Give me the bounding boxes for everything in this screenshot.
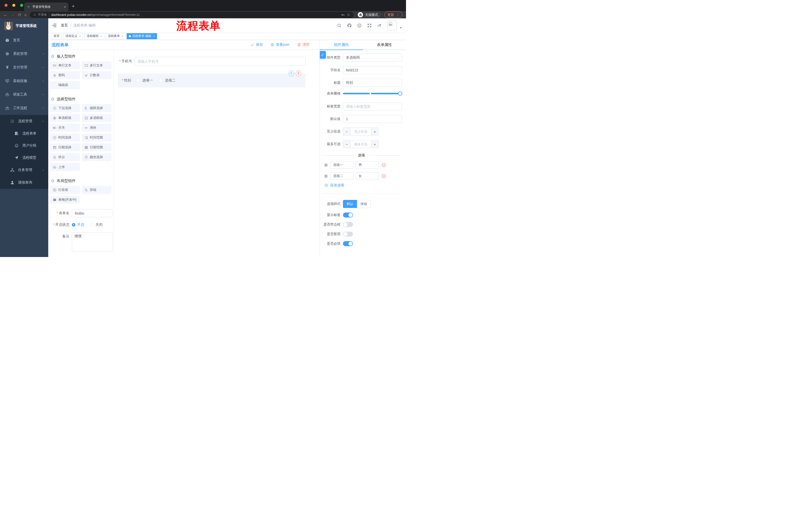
sidebar-item-workflow[interactable]: 工作流程 — [0, 101, 48, 115]
close-icon[interactable]: × — [100, 35, 102, 38]
label-width-input[interactable] — [343, 102, 402, 110]
font-size-icon[interactable] — [377, 23, 382, 28]
fullscreen-icon[interactable] — [367, 23, 372, 28]
canvas-field-gender-selected[interactable]: *性别 选项一 选项二 — [118, 74, 306, 87]
tag-home[interactable]: 首页 — [51, 33, 62, 39]
min-select-input[interactable] — [350, 128, 371, 135]
refresh-icon[interactable] — [18, 13, 21, 17]
sidebar-item-payment[interactable]: ¥ 支付管理 — [0, 61, 48, 74]
tab-form-props[interactable]: 表单属性 — [363, 40, 406, 50]
form-remark-textarea[interactable]: 嘿嘿 — [72, 232, 113, 251]
browser-tab[interactable]: 芋道管理系统 × — [24, 2, 68, 11]
sidebar-item-devtools[interactable]: 研发工具 — [0, 88, 48, 101]
style-button-button[interactable]: 按钮 — [357, 200, 371, 208]
border-toggle[interactable] — [343, 222, 353, 227]
forward-icon[interactable]: → — [10, 13, 14, 17]
sidebar-item-task-management[interactable]: 任务管理 — [0, 164, 48, 176]
help-icon[interactable] — [357, 23, 362, 28]
tag-process-form-edit[interactable]: 流程表单-编辑× — [127, 33, 157, 39]
style-default-button[interactable]: 默认 — [343, 200, 357, 208]
sidebar-item-system[interactable]: 系统管理 — [0, 47, 48, 61]
form-grid-slider[interactable] — [343, 93, 400, 94]
search-icon[interactable] — [337, 23, 342, 28]
sidebar-item-user-group[interactable]: 用户分组 — [0, 140, 48, 152]
phone-input[interactable] — [135, 57, 306, 66]
palette-item-row-container[interactable]: 行容器 — [50, 186, 80, 194]
minimize-window-button[interactable] — [12, 4, 15, 7]
option-2-value-input[interactable] — [355, 172, 379, 180]
palette-item-button[interactable]: 按钮 — [82, 186, 112, 194]
status-off-radio[interactable]: 关闭 — [90, 222, 103, 227]
save-button[interactable]: 保存 — [250, 43, 263, 47]
disabled-toggle[interactable] — [343, 232, 353, 237]
bookmark-star-icon[interactable]: ☆ — [347, 12, 350, 17]
canvas-field-phone[interactable]: *手机号 — [116, 57, 306, 66]
form-name-input[interactable] — [72, 209, 113, 217]
default-value-input[interactable] — [343, 115, 402, 123]
field-name-input[interactable] — [343, 66, 402, 74]
palette-item-password[interactable]: 密码 — [50, 71, 80, 79]
title-input[interactable] — [343, 79, 402, 87]
palette-item-time-range[interactable]: 时间范围 — [82, 134, 112, 141]
component-type-value[interactable] — [343, 54, 402, 62]
avatar[interactable] — [387, 21, 397, 30]
github-icon[interactable] — [347, 23, 352, 28]
palette-item-slider[interactable]: 滑块 — [82, 124, 112, 132]
palette-item-single-text[interactable]: 单行文本 — [50, 61, 80, 70]
palette-item-table[interactable]: 表格[开发中] — [50, 196, 80, 204]
remove-option-icon[interactable] — [381, 174, 386, 179]
required-toggle[interactable] — [343, 241, 353, 246]
palette-item-cascader[interactable]: 级联选择 — [82, 104, 112, 112]
add-option-button[interactable]: 添加选项 — [324, 183, 402, 188]
avatar-caret-icon[interactable]: ▾ — [400, 26, 402, 29]
password-key-icon[interactable] — [341, 13, 345, 17]
palette-item-date-range[interactable]: 日期范围 — [82, 143, 112, 152]
palette-item-radio-group[interactable]: 单选框组 — [50, 114, 80, 122]
tag-process-model[interactable]: 流程模型× — [84, 33, 104, 39]
max-select-input[interactable] — [350, 140, 371, 148]
security-label[interactable]: 不安全 — [38, 12, 47, 17]
drag-handle-icon[interactable] — [324, 163, 328, 167]
link-tag[interactable] — [320, 51, 326, 59]
close-tab-icon[interactable]: × — [64, 5, 66, 9]
show-label-toggle[interactable] — [343, 213, 353, 218]
close-icon[interactable]: × — [79, 35, 81, 38]
address-bar[interactable]: ⚠ 不安全 dashboard.yudao.iocoder.cn/bpm/man… — [30, 12, 354, 18]
sidebar-toggle-icon[interactable] — [52, 23, 57, 28]
new-tab-button[interactable]: + — [72, 3, 75, 9]
tag-process-definition[interactable]: 流程定义× — [63, 33, 83, 39]
sidebar-item-leave-query[interactable]: 请假查询 — [0, 176, 48, 189]
palette-item-time[interactable]: 时间选择 — [50, 134, 80, 141]
view-json-button[interactable]: 查看json — [270, 43, 289, 47]
palette-item-editor[interactable]: 编辑器 — [50, 81, 80, 89]
slider-handle[interactable] — [398, 91, 402, 96]
component-type-select[interactable] — [343, 54, 402, 62]
palette-item-checkbox-group[interactable]: 多选框组 — [82, 114, 112, 122]
duplicate-component-button[interactable] — [289, 71, 294, 76]
option-1-label-input[interactable] — [330, 161, 353, 169]
palette-item-date[interactable]: 日期选择 — [50, 143, 80, 152]
sidebar-item-process-management[interactable]: 流程管理 — [0, 115, 48, 128]
option-1-value-input[interactable] — [355, 161, 379, 169]
increase-button[interactable]: + — [371, 140, 378, 148]
palette-item-upload[interactable]: 上传 — [50, 163, 80, 171]
home-icon[interactable]: ⌂ — [24, 13, 27, 17]
close-icon[interactable]: × — [122, 35, 123, 38]
gender-option-2-checkbox[interactable]: 选项二 — [159, 78, 175, 83]
delete-component-button[interactable] — [296, 71, 301, 76]
status-on-radio[interactable]: 开启 — [72, 222, 84, 227]
form-canvas[interactable]: *手机号 *性别 选项一 选项二 — [114, 50, 320, 257]
sidebar-item-process-model[interactable]: 流程模型 — [0, 152, 48, 164]
gender-option-1-checkbox[interactable]: 选项一 — [137, 78, 153, 83]
palette-item-rate[interactable]: 评分 — [50, 153, 80, 161]
sidebar-item-infra[interactable]: 基础设施 — [0, 74, 48, 88]
palette-item-switch[interactable]: 开关 — [50, 124, 80, 132]
palette-item-multi-text[interactable]: 多行文本 — [82, 61, 112, 70]
back-icon[interactable]: ← — [3, 13, 7, 17]
palette-item-counter[interactable]: 计数器 — [82, 71, 112, 79]
clear-button[interactable]: 清空 — [297, 43, 310, 47]
breadcrumb-home[interactable]: 首页 — [61, 23, 68, 28]
drag-handle-icon[interactable] — [324, 174, 328, 178]
palette-item-select[interactable]: 下拉选择 — [50, 104, 80, 112]
update-browser-button[interactable]: 更新 ⋮ — [384, 11, 403, 18]
